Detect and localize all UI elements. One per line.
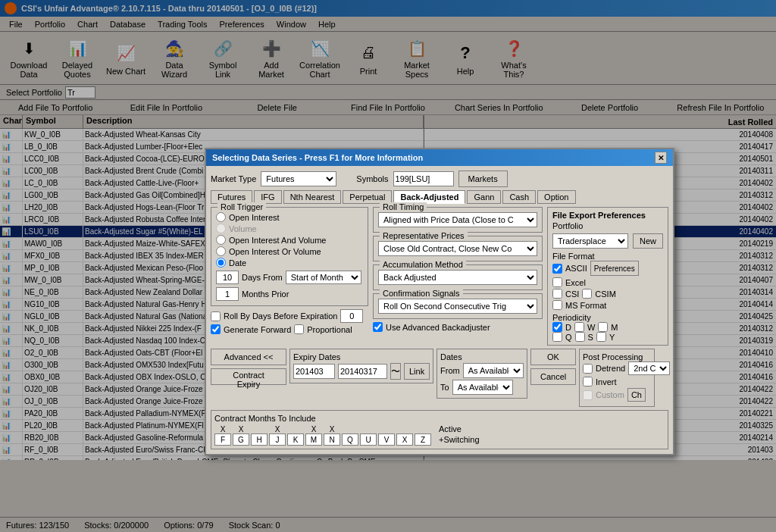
oi-and-vol-radio[interactable]: [216, 235, 226, 245]
open-interest-radio[interactable]: [216, 212, 226, 222]
ascii-checkbox[interactable]: [552, 264, 562, 274]
detrend-label: Detrend: [596, 364, 625, 373]
period-w-checkbox[interactable]: [574, 322, 584, 332]
accum-method-title: Accumulation Method: [380, 260, 466, 269]
month-j[interactable]: J: [269, 433, 286, 446]
oi-and-vol-label: Open Interest And Volume: [229, 236, 326, 245]
confirm-signals-select[interactable]: Roll On Second Consecutive Trig: [378, 299, 537, 314]
tab-nth-nearest[interactable]: Nth Nearest: [283, 190, 342, 204]
days-input[interactable]: [216, 271, 239, 284]
period-m-checkbox[interactable]: [598, 322, 608, 332]
roll-trigger-group: Roll Trigger Open Interest Volume Open I…: [211, 207, 368, 306]
period-d-checkbox[interactable]: [552, 322, 562, 332]
markets-button[interactable]: Markets: [458, 171, 508, 187]
switching-label: +Switching: [439, 435, 480, 444]
generate-forward-checkbox[interactable]: [211, 324, 221, 334]
month-v[interactable]: V: [378, 433, 395, 446]
tab-cash[interactable]: Cash: [502, 190, 536, 204]
wave-icon[interactable]: 〜: [390, 363, 401, 380]
ok-button[interactable]: OK: [530, 349, 576, 365]
cancel-button[interactable]: Cancel: [530, 368, 576, 385]
symbols-input[interactable]: [393, 171, 454, 186]
link-button[interactable]: Link: [404, 363, 430, 380]
month-k[interactable]: K: [287, 433, 304, 446]
advanced-button[interactable]: Advanced <<: [211, 349, 286, 365]
confirmation-signals-group: Confirmation Signals Roll On Second Cons…: [373, 293, 543, 319]
tab-option[interactable]: Option: [537, 190, 575, 204]
month-u[interactable]: U: [360, 433, 377, 446]
preferences-button[interactable]: Preferences: [590, 261, 639, 276]
ms-format-checkbox[interactable]: [552, 300, 562, 310]
market-type-select[interactable]: Futures: [261, 171, 336, 186]
oi-or-vol-label: Open Interest Or Volume: [229, 247, 321, 256]
period-s-checkbox[interactable]: [575, 332, 585, 342]
fe-portfolio-label: Portfolio: [552, 221, 583, 230]
to-label: To: [440, 383, 449, 392]
month-x[interactable]: X: [396, 433, 413, 446]
month-z[interactable]: Z: [415, 433, 431, 446]
tab-gann[interactable]: Gann: [467, 190, 501, 204]
rep-prices-title: Representative Prices: [380, 231, 468, 240]
month-m[interactable]: M: [305, 433, 322, 446]
to-select[interactable]: As Available: [452, 380, 513, 395]
open-interest-radio-row: Open Interest: [216, 212, 363, 222]
roll-by-days-value[interactable]: [340, 309, 363, 323]
x-f: X: [214, 425, 231, 433]
excel-checkbox[interactable]: [552, 277, 562, 287]
use-advanced-label: Use Advanced Backadjuster: [386, 323, 490, 332]
fe-portfolio-select[interactable]: Tradersplace: [552, 233, 628, 249]
roll-timing-group: Roll Timing Aligned with Price Data (Clo…: [373, 207, 543, 233]
contract-expiry-button[interactable]: Contract Expiry: [211, 368, 286, 385]
periodicity-row-2: Q S Y: [552, 332, 663, 342]
fe-new-button[interactable]: New: [633, 233, 663, 249]
month-f[interactable]: F: [214, 433, 231, 446]
use-advanced-checkbox[interactable]: [373, 322, 383, 332]
oi-and-vol-radio-row: Open Interest And Volume: [216, 235, 363, 245]
custom-ch-button[interactable]: Ch: [627, 388, 646, 402]
confirm-signals-title: Confirmation Signals: [380, 289, 463, 298]
date-radio[interactable]: [216, 258, 226, 268]
rep-prices-select[interactable]: Close Old Contract, Close New Co: [378, 241, 537, 256]
oi-or-vol-radio[interactable]: [216, 246, 226, 256]
periodicity-label: Periodicity: [552, 313, 663, 322]
detrend-select[interactable]: 2nd Conti: [628, 361, 670, 375]
csi-row: CSI CSIM: [552, 289, 663, 299]
periodicity-row-1: D W M: [552, 322, 663, 332]
market-type-row: Market Type Futures Symbols Markets: [211, 171, 668, 187]
ms-format-row: MS Format: [552, 300, 663, 310]
representative-prices-group: Representative Prices Close Old Contract…: [373, 236, 543, 261]
invert-checkbox[interactable]: [583, 377, 593, 386]
volume-radio: [216, 224, 226, 233]
accum-method-select[interactable]: Back Adjusted: [378, 270, 537, 285]
expiry-date1-input[interactable]: [293, 364, 335, 379]
dates-section: Dates From As Available To As Available: [436, 349, 527, 399]
expiry-date2-input[interactable]: [338, 364, 387, 379]
csi-checkbox[interactable]: [552, 289, 562, 299]
detrend-checkbox[interactable]: [583, 364, 593, 374]
month-g[interactable]: G: [233, 433, 249, 446]
excel-row: Excel: [552, 277, 663, 287]
month-q[interactable]: Q: [342, 433, 358, 446]
period-q-checkbox[interactable]: [552, 332, 562, 342]
roll-by-days-checkbox[interactable]: [211, 311, 221, 321]
invert-label: Invert: [596, 377, 617, 386]
expiry-dates-label: Expiry Dates: [293, 352, 430, 361]
modal-close-button[interactable]: ✕: [655, 152, 667, 164]
use-advanced-row: Use Advanced Backadjuster: [373, 322, 543, 332]
csim-checkbox[interactable]: [582, 289, 592, 299]
roll-timing-select[interactable]: Aligned with Price Data (Close to C: [378, 212, 537, 227]
proportional-checkbox[interactable]: [294, 324, 304, 334]
month-n[interactable]: N: [324, 433, 340, 446]
months-prior-input[interactable]: [216, 287, 239, 301]
from-select[interactable]: As Available: [463, 363, 524, 378]
ascii-row: ASCII Preferences: [552, 261, 663, 276]
x-n: X: [324, 425, 340, 433]
month-h[interactable]: H: [251, 433, 268, 446]
roll-by-days-label: Roll By Days Before Expiration: [224, 311, 337, 321]
open-interest-label: Open Interest: [229, 213, 280, 222]
tab-row: Futures IFG Nth Nearest Perpetual Back-A…: [211, 190, 668, 204]
csim-label: CSIM: [595, 289, 616, 299]
start-month-select[interactable]: Start of Month: [286, 271, 361, 284]
period-y-checkbox[interactable]: [596, 332, 606, 342]
right-column: File Export Preferences Portfolio Trader…: [547, 207, 668, 346]
